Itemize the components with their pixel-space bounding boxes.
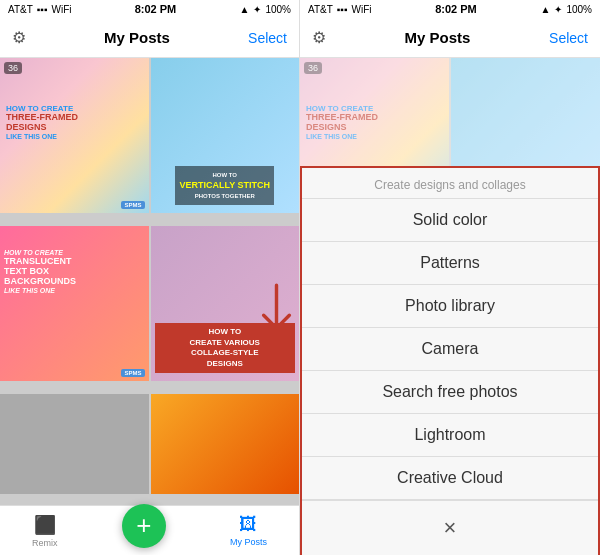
- right-number-badge: 36: [304, 62, 322, 74]
- grid-item-3[interactable]: How to create TRANSLUCENTTEXT BOXBACKGRO…: [0, 226, 149, 381]
- menu-close-button[interactable]: ×: [302, 500, 598, 555]
- grid-item-5[interactable]: [0, 394, 149, 494]
- left-panel: AT&T ▪▪▪ WiFi 8:02 PM ▲ ✦ 100% ⚙ My Post…: [0, 0, 300, 555]
- grid-item-1[interactable]: 36 How to create THREE-FRAMEDDESIGNS lik…: [0, 58, 149, 213]
- number-badge-1: 36: [4, 62, 22, 74]
- right-carrier-text: AT&T: [308, 4, 333, 15]
- menu-item-search-free-photos[interactable]: Search free photos: [302, 371, 598, 414]
- right-bluetooth-icon: ✦: [554, 4, 562, 15]
- left-status-left: AT&T ▪▪▪ WiFi: [8, 4, 71, 15]
- left-top-bar: ⚙ My Posts Select: [0, 18, 299, 58]
- battery-text: 100%: [265, 4, 291, 15]
- right-wifi-icon: WiFi: [351, 4, 371, 15]
- right-status-left: AT&T ▪▪▪ WiFi: [308, 4, 371, 15]
- left-status-right: ▲ ✦ 100%: [240, 4, 291, 15]
- action-menu-sheet: Create designs and collages Solid color …: [300, 166, 600, 555]
- page-title: My Posts: [104, 29, 170, 46]
- select-button[interactable]: Select: [248, 30, 287, 46]
- remix-icon: ⬛: [34, 514, 56, 536]
- wifi-icon: WiFi: [51, 4, 71, 15]
- posts-grid: 36 How to create THREE-FRAMEDDESIGNS lik…: [0, 58, 299, 505]
- menu-item-patterns[interactable]: Patterns: [302, 242, 598, 285]
- right-battery-text: 100%: [566, 4, 592, 15]
- menu-item-photo-library[interactable]: Photo library: [302, 285, 598, 328]
- menu-item-lightroom[interactable]: Lightroom: [302, 414, 598, 457]
- my-posts-label: My Posts: [230, 537, 267, 547]
- bottom-nav: ⬛ Remix + 🖼 My Posts: [0, 505, 299, 555]
- grid-item-2[interactable]: How to VERTICALLY STITCH photos together: [151, 58, 300, 213]
- right-signal-icon: ▪▪▪: [337, 4, 348, 15]
- spms-badge-3: SPMS: [121, 369, 144, 377]
- right-status-bar: AT&T ▪▪▪ WiFi 8:02 PM ▲ ✦ 100%: [300, 0, 600, 18]
- nav-item-remix[interactable]: ⬛ Remix: [32, 514, 58, 548]
- time-text: 8:02 PM: [135, 3, 177, 15]
- menu-item-camera[interactable]: Camera: [302, 328, 598, 371]
- right-top-bar: ⚙ My Posts Select: [300, 18, 600, 58]
- spms-badge-1: SPMS: [121, 201, 144, 209]
- menu-item-creative-cloud[interactable]: Creative Cloud: [302, 457, 598, 500]
- right-location-icon: ▲: [541, 4, 551, 15]
- grid-item-4[interactable]: How ToCreate VariousCOLLAGE-STYLEDESIGNS: [151, 226, 300, 381]
- right-panel: AT&T ▪▪▪ WiFi 8:02 PM ▲ ✦ 100% ⚙ My Post…: [300, 0, 600, 555]
- right-select-button[interactable]: Select: [549, 30, 588, 46]
- right-grid-wrapper: 36 How to create THREE-FRAMEDDESIGNS lik…: [300, 58, 600, 555]
- signal-icon: ▪▪▪: [37, 4, 48, 15]
- bluetooth-icon: ✦: [253, 4, 261, 15]
- right-time-text: 8:02 PM: [435, 3, 477, 15]
- menu-item-solid-color[interactable]: Solid color: [302, 199, 598, 242]
- right-page-title: My Posts: [405, 29, 471, 46]
- nav-item-my-posts[interactable]: 🖼 My Posts: [230, 514, 267, 547]
- left-status-bar: AT&T ▪▪▪ WiFi 8:02 PM ▲ ✦ 100%: [0, 0, 299, 18]
- menu-header: Create designs and collages: [302, 168, 598, 199]
- grid-item-6[interactable]: [151, 394, 300, 494]
- fab-add-button[interactable]: +: [122, 504, 166, 548]
- right-status-right: ▲ ✦ 100%: [541, 4, 592, 15]
- location-icon: ▲: [240, 4, 250, 15]
- carrier-text: AT&T: [8, 4, 33, 15]
- my-posts-icon: 🖼: [239, 514, 257, 535]
- settings-icon[interactable]: ⚙: [12, 28, 26, 47]
- remix-label: Remix: [32, 538, 58, 548]
- right-settings-icon[interactable]: ⚙: [312, 28, 326, 47]
